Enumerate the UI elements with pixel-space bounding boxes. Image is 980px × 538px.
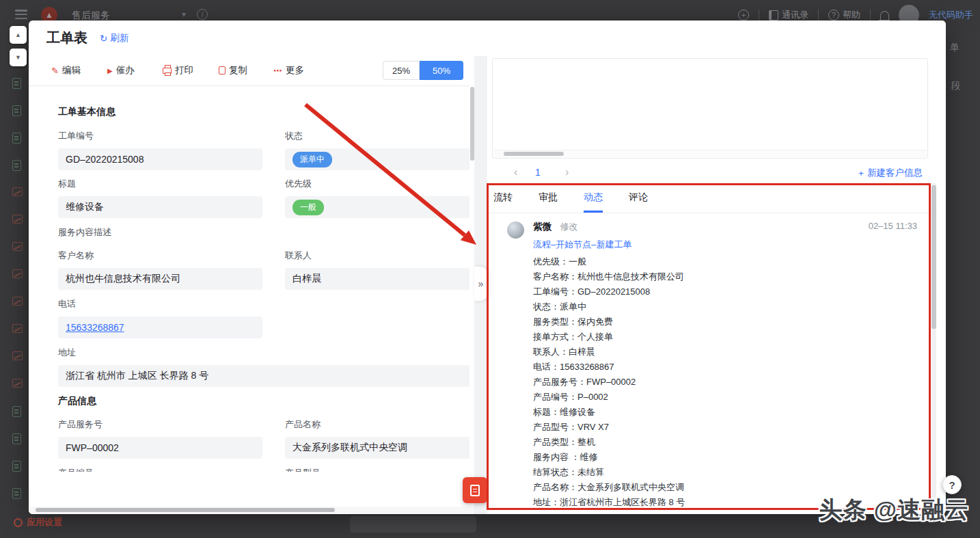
sidebar-chart-icon[interactable] [12,242,23,251]
order-no-value[interactable]: GD–20220215008 [58,148,262,170]
notifications-icon[interactable] [880,11,889,20]
background-text-fragment: 段 [951,80,961,92]
customer-value[interactable]: 杭州也牛信息技术有限公司 [58,268,262,290]
work-order-modal: 工单表 ↻ 刷新 × ✎编辑 ▶催办 打印 复制 ⋯更多 25% 50% 工单基… [29,21,946,514]
field-label: 产品名称 [285,418,469,431]
status-badge: 派单中 [292,152,332,167]
scroll-down-button[interactable]: ▼ [10,49,27,66]
tab-comments[interactable]: 评论 [629,191,648,213]
table-horizontal-scrollbar[interactable] [493,150,927,157]
sidebar-chart-icon[interactable] [12,351,23,360]
sidebar-doc-icon[interactable] [12,461,21,472]
contact-value[interactable]: 白梓晨 [285,268,469,290]
priority-field[interactable]: 一般 [285,196,469,218]
field-service-desc: 服务内容描述 [58,226,111,239]
tab-activity[interactable]: 动态 [584,191,603,213]
refresh-icon: ↻ [100,33,107,44]
field-label: 服务内容描述 [58,226,111,239]
app-dropdown-icon[interactable]: ▾ [182,10,186,19]
info-icon[interactable]: i [197,9,208,20]
form-scroll-area[interactable]: 工单基本信息 工单编号 GD–20220215008 状态 派单中 标题 维修设… [29,85,469,472]
feed-detail-line: 产品编号：P–0002 [533,390,917,405]
left-panel-footer [29,472,474,514]
feed-detail-line: 电话：15633268867 [533,360,917,375]
print-button[interactable]: 打印 [163,64,193,77]
field-order-no: 工单编号 GD–20220215008 [58,130,262,170]
sidebar-chart-icon[interactable] [12,324,23,333]
related-records-table[interactable] [492,58,928,159]
product-sn-value[interactable]: FWP–00002 [58,437,262,459]
field-product-no: 产品编号 [58,467,94,472]
feed-detail-line: 联系人：白梓晨 [533,345,917,360]
phone-field: 15633268867 [58,317,262,338]
feed-avatar [507,221,524,239]
field-label: 地址 [58,347,469,359]
sidebar-doc-icon[interactable] [12,105,21,116]
topbar-divider [759,10,759,21]
sidebar-chart-icon[interactable] [12,187,23,196]
field-label: 联系人 [285,250,469,262]
sidebar-chart-icon[interactable] [12,269,23,278]
copy-icon [219,66,226,75]
sidebar-chart-icon[interactable] [12,379,23,388]
sidebar-doc-icon[interactable] [12,78,21,89]
sidebar-chart-icon[interactable] [12,297,23,306]
feed-details: 优先级：一般客户名称：杭州也牛信息技术有限公司工单编号：GD–202202150… [533,254,917,510]
refresh-button[interactable]: ↻ 刷新 [100,32,128,44]
feed-flow-link[interactable]: 流程–开始节点–新建工单 [533,239,917,251]
title-value[interactable]: 维修设备 [58,196,262,218]
field-label: 电话 [58,298,262,310]
help-icon: ? [828,10,839,21]
contacts-button[interactable]: 通讯录 [769,9,808,21]
zoom-25-button[interactable]: 25% [383,61,420,80]
tab-flow[interactable]: 流转 [493,191,513,213]
help-bubble-button[interactable]: ? [942,475,962,494]
urge-button[interactable]: ▶催办 [107,64,135,77]
right-panel-vertical-scrollbar[interactable] [931,183,936,510]
document-icon [470,485,480,496]
field-label: 工单编号 [58,130,262,142]
sidebar-doc-icon[interactable] [12,133,21,144]
collapse-panel-handle[interactable]: » [474,267,487,301]
feed-detail-line: 产品服务号：FWP–00002 [533,375,917,390]
help-button[interactable]: ?帮助 [828,9,860,21]
sidebar-doc-icon[interactable] [12,433,21,444]
field-title: 标题 维修设备 [58,178,262,218]
contacts-icon [769,10,778,21]
phone-link[interactable]: 15633268867 [66,322,124,333]
feed-detail-line: 产品名称：大金系列多联机式中央空调 [533,480,917,495]
menu-icon[interactable] [15,10,27,19]
new-customer-button[interactable]: + 新建客户信息 [858,167,923,179]
sidebar-chart-icon[interactable] [12,215,23,224]
sidebar-doc-icon[interactable] [12,488,21,499]
zoom-toggle: 25% 50% [383,61,463,80]
nocode-assistant-link[interactable]: 无代码助手 [929,9,973,21]
section-product-info: 产品信息 [58,395,96,407]
sidebar-doc-icon[interactable] [12,160,21,171]
tab-approval[interactable]: 审批 [539,191,558,213]
feed-detail-line: 结算状态：未结算 [533,465,917,480]
next-page-icon[interactable]: › [565,166,569,178]
feed-detail-line: 产品类型：整机 [533,435,917,450]
address-value[interactable]: 浙江省 杭州市 上城区 长界路 8 号 [58,365,469,387]
copy-button[interactable]: 复制 [219,64,247,77]
more-button[interactable]: ⋯更多 [273,64,304,77]
page-number[interactable]: 1 [535,167,541,178]
sidebar-doc-icon[interactable] [12,406,21,417]
status-field[interactable]: 派单中 [285,148,469,170]
prev-page-icon[interactable]: ‹ [514,166,517,178]
edit-button[interactable]: ✎编辑 [51,64,81,77]
app-settings-button[interactable]: 应用设置 [14,516,62,528]
feed-action: 修改 [560,221,577,232]
add-icon[interactable]: + [738,10,749,21]
field-contact: 联系人 白梓晨 [285,250,469,290]
tabs-divider [487,213,938,213]
field-priority: 优先级 一般 [285,178,469,218]
write-record-fab[interactable] [463,477,487,503]
scroll-up-button[interactable]: ▲ [10,26,27,44]
feed-detail-line: 工单编号：GD–20220215008 [533,284,917,299]
product-name-value[interactable]: 大金系列多联机式中央空调 [285,437,469,459]
zoom-50-button[interactable]: 50% [420,61,463,80]
left-panel-horizontal-scrollbar[interactable] [29,507,474,513]
field-phone: 电话 15633268867 [58,298,262,338]
